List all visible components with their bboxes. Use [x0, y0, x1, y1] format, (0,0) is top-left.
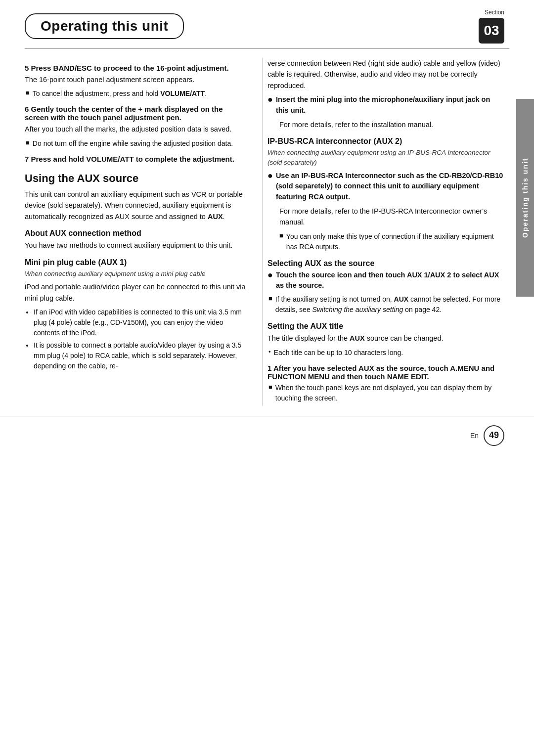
- section-label: Section: [485, 9, 504, 16]
- section-info: Section 03: [479, 9, 504, 44]
- main-content: 5 Press BAND/ESC to proceed to the 16-po…: [0, 58, 534, 406]
- mini-pin-bullet-2: It is possible to connect a portable aud…: [34, 340, 247, 371]
- ip-bus-heading-text: Use an IP-BUS-RCA Interconnector such as…: [276, 171, 504, 203]
- ip-bus-italic: When connecting auxiliary equipment usin…: [267, 148, 504, 167]
- step5-body: The 16-point touch panel adjustment scre…: [25, 74, 247, 85]
- step6-body1: After you touch all the marks, the adjus…: [25, 124, 247, 134]
- aux-body: This unit can control an auxiliary equip…: [25, 189, 247, 222]
- mini-pin-title: Mini pin plug cable (AUX 1): [25, 258, 247, 267]
- ip-bus-heading-bullet: ● Use an IP-BUS-RCA Interconnector such …: [267, 171, 504, 203]
- selecting-bullet-text: If the auxiliary setting is not turned o…: [275, 294, 504, 315]
- ip-bus-bullet: ■ You can only make this type of connect…: [279, 231, 504, 252]
- mini-pin-bullet-1: If an iPod with video capabilities is co…: [34, 307, 247, 338]
- circle-bullet-symbol2: ●: [267, 171, 273, 181]
- circle-bullet-symbol: ●: [267, 94, 273, 105]
- right-column: verse connection between Red (right side…: [262, 58, 504, 406]
- step1-bullet-text: When the touch panel keys are not displa…: [275, 383, 504, 403]
- step5-heading: 5 Press BAND/ESC to proceed to the 16-po…: [25, 64, 247, 72]
- page-header: Operating this unit Section 03: [0, 0, 534, 44]
- ip-bus-body: For more details, refer to the IP-BUS-RC…: [279, 206, 504, 228]
- step7-heading: 7 Press and hold VOLUME/ATT to complete …: [25, 155, 247, 163]
- insert-heading-text: Insert the mini plug into the microphone…: [276, 94, 504, 116]
- bullet-symbol: ■: [26, 89, 30, 98]
- bullet-symbol5: •: [268, 348, 271, 357]
- left-column: 5 Press BAND/ESC to proceed to the 16-po…: [25, 58, 262, 406]
- setting-title: Setting the AUX title: [267, 322, 504, 331]
- about-body: You have two methods to connect auxiliar…: [25, 240, 247, 251]
- right-body-cont: verse connection between Red (right side…: [267, 58, 504, 91]
- page-footer: En 49: [0, 416, 534, 451]
- bullet-symbol3: ■: [279, 231, 283, 241]
- mini-pin-body: iPod and portable audio/video player can…: [25, 281, 247, 304]
- ip-bus-title: IP-BUS-RCA interconnector (AUX 2): [267, 137, 504, 146]
- footer-en-label: En: [470, 432, 479, 440]
- page-title: Operating this unit: [41, 18, 168, 34]
- step6-bullet-text: Do not turn off the engine while saving …: [33, 138, 233, 149]
- about-title: About AUX connection method: [25, 229, 247, 238]
- ip-bus-bullet-text: You can only make this type of connectio…: [286, 231, 504, 252]
- mini-pin-bullet-list: If an iPod with video capabilities is co…: [34, 307, 247, 371]
- selecting-bullet: ■ If the auxiliary setting is not turned…: [268, 294, 504, 315]
- section-number: 03: [479, 18, 504, 44]
- mini-pin-italic: When connecting auxiliary equipment usin…: [25, 269, 247, 279]
- step6-bullet: ■ Do not turn off the engine while savin…: [26, 138, 247, 149]
- insert-heading-bullet: ● Insert the mini plug into the micropho…: [267, 94, 504, 116]
- title-box: Operating this unit: [25, 13, 184, 39]
- footer-page-number: 49: [484, 425, 504, 446]
- setting-bullet-text: Each title can be up to 10 characters lo…: [274, 348, 403, 358]
- bullet-symbol: ■: [26, 138, 30, 148]
- step5-bullet: ■ To cancel the adjustment, press and ho…: [26, 89, 247, 99]
- setting-body: The title displayed for the AUX source c…: [267, 333, 504, 344]
- selecting-title: Selecting AUX as the source: [267, 259, 504, 268]
- step5-bullet-text: To cancel the adjustment, press and hold…: [33, 89, 207, 99]
- header-divider: [25, 48, 509, 49]
- aux-section-title: Using the AUX source: [25, 172, 247, 185]
- sidebar-vertical-text: Operating this unit: [516, 99, 534, 297]
- step1-heading: 1 After you have selected AUX as the sou…: [267, 364, 504, 381]
- setting-bullet: • Each title can be up to 10 characters …: [268, 348, 504, 358]
- bullet-symbol4: ■: [268, 294, 272, 304]
- bullet-symbol6: ■: [268, 383, 272, 392]
- step1-bullet: ■ When the touch panel keys are not disp…: [268, 383, 504, 403]
- insert-body: For more details, refer to the installat…: [279, 119, 504, 130]
- selecting-heading-bullet: ● Touch the source icon and then touch A…: [267, 270, 504, 292]
- step6-heading: 6 Gently touch the center of the + mark …: [25, 105, 247, 122]
- selecting-heading-text: Touch the source icon and then touch AUX…: [276, 270, 504, 292]
- circle-bullet-symbol3: ●: [267, 270, 273, 281]
